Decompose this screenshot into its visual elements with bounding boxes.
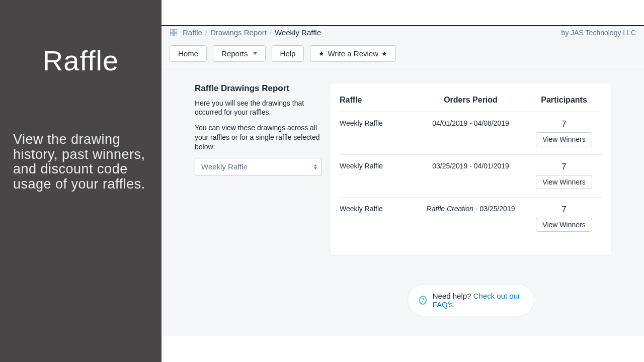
write-review-button[interactable]: ★ Write a Review ★ [310, 45, 396, 62]
participants-count: 7 [561, 162, 566, 172]
left-sidebar: Raffle View the drawing history, past wi… [0, 0, 162, 362]
breadcrumb-raffle[interactable]: Raffle [183, 28, 202, 37]
report-sidebar: Raffle Drawings Report Here you will see… [195, 83, 321, 316]
breadcrumb-current: Weekly Raffle [275, 28, 321, 37]
help-button[interactable]: Help [272, 45, 304, 62]
content-area: Raffle Drawings Report Here you will see… [162, 69, 644, 336]
help-dot: . [453, 300, 455, 309]
participants-count: 7 [561, 119, 566, 129]
svg-rect-1 [174, 29, 177, 32]
header-period: Orders Period [415, 96, 526, 105]
breadcrumb-sep: / [205, 28, 207, 37]
select-chevrons-icon [314, 164, 317, 169]
breadcrumb-drawings-report[interactable]: Drawings Report [210, 28, 267, 37]
table-row: Weekly Raffle 04/01/2019 - 04/08/2019 7 … [340, 112, 602, 155]
drawings-table-card: Raffle Orders Period Participants Weekly… [331, 83, 611, 255]
help-pill: ? Need help? Check out our FAQ's. [408, 284, 534, 316]
question-icon: ? [419, 296, 427, 305]
svg-rect-2 [170, 33, 173, 36]
table-row: Weekly Raffle 03/25/2019 - 04/01/2019 7 … [340, 155, 602, 198]
table-header: Raffle Orders Period Participants [340, 96, 602, 112]
breadcrumb: Raffle / Drawings Report / Weekly Raffle… [162, 25, 644, 39]
star-icon: ★ [318, 50, 325, 57]
reports-dropdown[interactable]: Reports [213, 45, 266, 62]
main-area: Raffle / Drawings Report / Weekly Raffle… [162, 0, 644, 362]
cell-raffle-name: Weekly Raffle [340, 205, 415, 213]
toolbar: Home Reports Help ★ Write a Review ★ [162, 39, 644, 69]
grid-icon [170, 29, 178, 37]
report-desc-2: You can view these drawings across all y… [195, 123, 321, 152]
raffle-select-value: Weekly Raffle [201, 162, 248, 171]
view-winners-button[interactable]: View Winners [536, 218, 592, 232]
participants-count: 7 [561, 205, 566, 215]
report-desc-1: Here you will see the drawings that occu… [195, 99, 321, 118]
star-icon: ★ [381, 50, 387, 57]
bottom-spacer [162, 336, 644, 362]
raffle-select[interactable]: Weekly Raffle [195, 158, 321, 176]
topbar-spacer [162, 0, 644, 25]
cell-participants: 7 View Winners [526, 205, 602, 232]
chevron-down-icon [253, 52, 257, 55]
cell-raffle-name: Weekly Raffle [340, 162, 415, 170]
byline: by JAS Technology LLC [561, 29, 636, 37]
cell-orders-period: 04/01/2019 - 04/08/2019 [415, 119, 526, 127]
period-prefix: Raffle Creation [427, 205, 473, 213]
help-text: Need help? Check out our FAQ's. [433, 292, 523, 309]
cell-orders-period: 03/25/2019 - 04/01/2019 [415, 162, 526, 170]
report-main: Raffle Orders Period Participants Weekly… [331, 83, 611, 316]
period-dates: - 03/25/2019 [473, 205, 515, 213]
report-title: Raffle Drawings Report [195, 83, 321, 94]
cell-orders-period: Raffle Creation - 03/25/2019 [415, 205, 526, 213]
reports-label: Reports [221, 49, 248, 58]
header-participants: Participants [526, 96, 602, 105]
sidebar-description: View the drawing history, past winners, … [13, 132, 148, 192]
cell-participants: 7 View Winners [526, 119, 602, 146]
help-prefix: Need help? [433, 292, 473, 300]
write-review-label: Write a Review [328, 49, 378, 58]
header-raffle: Raffle [340, 96, 415, 105]
cell-raffle-name: Weekly Raffle [340, 119, 415, 127]
cell-participants: 7 View Winners [526, 162, 602, 189]
home-button[interactable]: Home [170, 45, 207, 62]
view-winners-button[interactable]: View Winners [536, 175, 592, 189]
breadcrumb-sep: / [270, 28, 272, 37]
sidebar-title: Raffle [13, 44, 148, 77]
svg-rect-0 [170, 29, 173, 32]
svg-rect-3 [174, 33, 177, 36]
table-row: Weekly Raffle Raffle Creation - 03/25/20… [340, 198, 602, 240]
view-winners-button[interactable]: View Winners [536, 132, 592, 146]
